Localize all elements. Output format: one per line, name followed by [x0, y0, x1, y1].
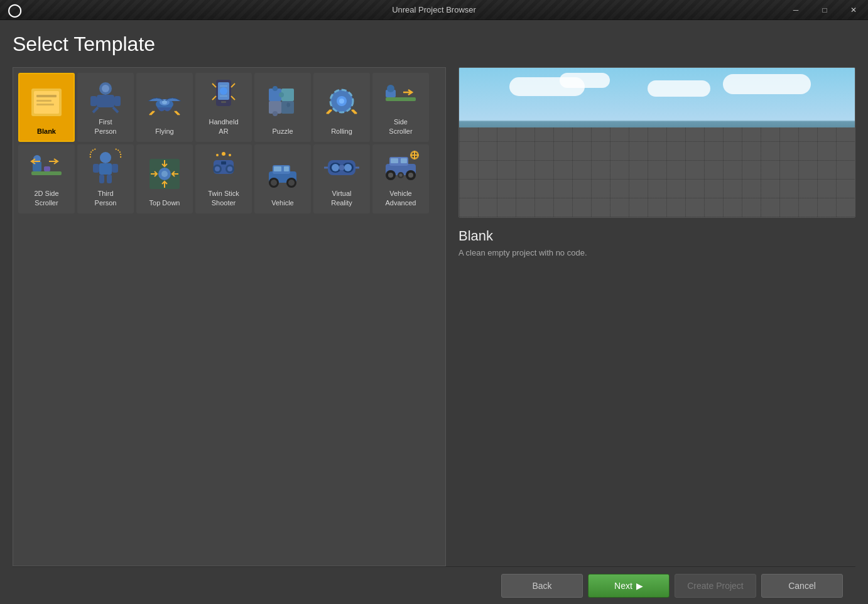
template-grid: Blank FirstPerson — [18, 73, 440, 213]
blank-label: Blank — [37, 127, 56, 136]
svg-point-46 — [215, 166, 220, 171]
svg-rect-28 — [386, 97, 416, 101]
first-person-label: FirstPerson — [95, 117, 117, 136]
svg-point-52 — [229, 154, 231, 156]
handheld-ar-label: HandheldAR — [209, 117, 238, 136]
svg-rect-36 — [99, 163, 112, 175]
svg-rect-2 — [36, 95, 57, 97]
template-item-2d-side-scroller[interactable]: 2D SideScroller — [18, 144, 75, 213]
svg-rect-39 — [99, 175, 104, 183]
template-item-puzzle[interactable]: Puzzle — [254, 73, 311, 142]
svg-point-22 — [273, 111, 278, 116]
top-down-icon — [143, 152, 187, 196]
template-item-handheld-ar[interactable]: HandheldAR — [195, 73, 252, 142]
window-title: Unreal Project Browser — [392, 5, 476, 14]
twin-stick-shooter-icon — [202, 146, 246, 186]
template-item-vehicle-advanced[interactable]: VehicleAdvanced — [372, 144, 429, 213]
first-person-icon — [84, 74, 127, 115]
titlebar: ◯ Unreal Project Browser ─ □ ✕ — [0, 0, 868, 20]
puzzle-label: Puzzle — [272, 127, 293, 136]
svg-rect-66 — [339, 165, 344, 170]
vehicle-icon — [261, 152, 305, 196]
svg-point-30 — [387, 85, 394, 92]
svg-point-58 — [271, 180, 277, 186]
svg-point-20 — [279, 92, 284, 97]
vehicle-label: Vehicle — [271, 198, 293, 207]
blank-icon — [24, 80, 68, 124]
svg-rect-69 — [391, 158, 398, 163]
preview-image — [458, 67, 855, 218]
svg-rect-37 — [93, 164, 99, 173]
svg-point-60 — [288, 180, 295, 186]
svg-rect-6 — [97, 95, 114, 107]
preview-name: Blank — [458, 228, 855, 244]
svg-rect-56 — [284, 166, 289, 171]
template-item-vehicle[interactable]: Vehicle — [254, 144, 311, 213]
vehicle-advanced-icon — [379, 146, 423, 186]
minimize-button[interactable]: ─ — [781, 0, 810, 20]
preview-description: A clean empty project with no code. — [458, 248, 855, 257]
svg-point-35 — [100, 152, 111, 163]
maximize-button[interactable]: □ — [810, 0, 839, 20]
template-item-third-person[interactable]: ThirdPerson — [77, 144, 134, 213]
flying-icon — [143, 80, 187, 124]
svg-point-51 — [216, 154, 219, 156]
preview-panel: Blank A clean empty project with no code… — [458, 67, 855, 566]
svg-rect-15 — [221, 101, 226, 103]
svg-point-18 — [273, 86, 278, 91]
bottom-bar: Back Next ▶ Create Project Cancel — [13, 566, 855, 604]
svg-rect-9 — [114, 96, 121, 106]
template-item-flying[interactable]: Flying — [136, 73, 193, 142]
template-item-twin-stick-shooter[interactable]: Twin StickShooter — [195, 144, 252, 213]
template-item-blank[interactable]: Blank — [18, 73, 75, 142]
svg-rect-1 — [34, 91, 59, 114]
create-project-button[interactable]: Create Project — [675, 574, 756, 598]
vehicle-advanced-label: VehicleAdvanced — [386, 189, 416, 207]
virtual-reality-icon — [320, 146, 364, 186]
side-scroller-label: SideScroller — [389, 117, 412, 136]
preview-info: Blank A clean empty project with no code… — [458, 228, 855, 257]
side-scroller-icon — [379, 74, 423, 115]
template-item-first-person[interactable]: FirstPerson — [77, 73, 134, 142]
main-content: Select Template Blank — [0, 20, 868, 604]
rolling-label: Rolling — [331, 127, 352, 136]
virtual-reality-label: VirtualReality — [331, 189, 352, 207]
back-button[interactable]: Back — [501, 574, 583, 598]
rolling-icon — [320, 80, 364, 124]
template-item-side-scroller[interactable]: SideScroller — [372, 73, 429, 142]
svg-point-7 — [102, 85, 109, 92]
svg-rect-49 — [221, 161, 226, 164]
svg-point-16 — [220, 87, 227, 95]
handheld-ar-icon — [202, 74, 246, 115]
svg-point-65 — [344, 164, 352, 171]
svg-point-76 — [399, 173, 403, 176]
template-grid-container: Blank FirstPerson — [13, 67, 446, 566]
svg-rect-31 — [31, 171, 62, 175]
svg-point-12 — [162, 100, 167, 104]
close-button[interactable]: ✕ — [839, 0, 868, 20]
template-item-rolling[interactable]: Rolling — [313, 73, 370, 142]
next-button[interactable]: Next ▶ — [588, 574, 670, 598]
flying-label: Flying — [155, 127, 173, 136]
svg-rect-8 — [90, 96, 97, 106]
cancel-button[interactable]: Cancel — [761, 574, 843, 598]
svg-rect-40 — [107, 175, 112, 183]
svg-point-43 — [161, 171, 168, 177]
svg-point-27 — [339, 99, 344, 104]
template-item-top-down[interactable]: Top Down — [136, 144, 193, 213]
svg-rect-4 — [36, 104, 54, 105]
svg-point-74 — [408, 173, 413, 178]
next-arrow-icon: ▶ — [636, 581, 643, 591]
twin-stick-shooter-label: Twin StickShooter — [208, 189, 239, 207]
third-person-icon — [84, 146, 127, 186]
template-item-virtual-reality[interactable]: VirtualReality — [313, 144, 370, 213]
app-logo: ◯ — [8, 3, 21, 18]
puzzle-icon — [261, 80, 305, 124]
svg-point-48 — [227, 166, 232, 171]
svg-rect-55 — [274, 166, 281, 171]
svg-rect-70 — [401, 158, 407, 163]
svg-point-72 — [388, 173, 393, 178]
page-title: Select Template — [13, 33, 855, 56]
next-label: Next — [614, 581, 632, 591]
third-person-label: ThirdPerson — [95, 189, 117, 207]
